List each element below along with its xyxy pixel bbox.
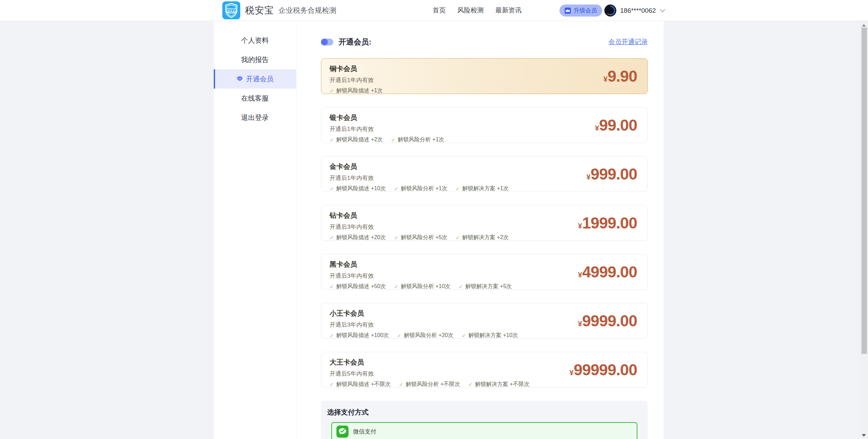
- benefit-label: 解锁解决方案 +5次: [465, 283, 512, 290]
- check-icon: ✓: [399, 381, 403, 388]
- benefit-label: 解锁风险分析 +1次: [398, 136, 444, 143]
- benefit-item: ✓解锁风险描述 +100次: [330, 332, 389, 339]
- benefit-item: ✓解锁风险分析 +5次: [394, 234, 447, 241]
- check-icon: ✓: [330, 381, 334, 388]
- payment-methods: 微信支付: [326, 422, 642, 439]
- plan-card[interactable]: 钻卡会员 开通后3年内有效 ✓解锁风险描述 +20次✓解锁风险分析 +5次✓解锁…: [321, 205, 648, 241]
- benefit-label: 解锁风险描述 +100次: [336, 332, 389, 339]
- check-icon: ✓: [394, 235, 398, 241]
- scrollbar[interactable]: [859, 21, 868, 439]
- chevron-down-icon: [660, 9, 665, 12]
- user-menu[interactable]: 186****0062: [604, 4, 665, 17]
- app-title: 税安宝: [245, 4, 274, 17]
- app-subtitle: 企业税务合规检测: [279, 6, 336, 15]
- benefit-item: ✓解锁风险描述 +10次: [330, 185, 386, 192]
- benefit-item: ✓解锁解决方案 +不限次: [468, 381, 529, 388]
- benefit-item: ✓解锁风险分析 +10次: [394, 283, 450, 290]
- price-amount: 999.00: [591, 165, 637, 183]
- plan-card[interactable]: 小王卡会员 开通后3年内有效 ✓解锁风险描述 +100次✓解锁风险分析 +20次…: [321, 303, 648, 339]
- check-icon: ✓: [330, 235, 334, 241]
- benefit-label: 解锁解决方案 +1次: [462, 185, 509, 192]
- benefit-label: 解锁风险分析 +1次: [401, 185, 447, 192]
- benefit-label: 解锁风险描述 +2次: [336, 136, 383, 143]
- scrollbar-down-arrow-icon[interactable]: [862, 434, 866, 437]
- plan-name: 铜卡会员: [330, 64, 637, 73]
- benefit-label: 解锁风险描述 +10次: [336, 185, 386, 192]
- currency-symbol: ¥: [578, 270, 582, 279]
- content-container: 个人资料 我的报告 开通会员 在线客服 退出登录 开通会员:: [214, 21, 664, 439]
- section-header-left: 开通会员:: [321, 37, 371, 47]
- gem-icon: [236, 76, 243, 82]
- benefit-label: 解锁解决方案 +不限次: [475, 381, 529, 388]
- scrollbar-thumb[interactable]: [861, 28, 867, 354]
- benefit-label: 解锁风险描述 +不限次: [336, 381, 391, 388]
- check-icon: ✓: [397, 333, 402, 339]
- plan-validity: 开通后1年内有效: [330, 76, 637, 84]
- benefit-label: 解锁风险分析 +20次: [404, 332, 454, 339]
- nav-item-news[interactable]: 最新资讯: [495, 6, 522, 15]
- main-panel: 开通会员: 会员开通记录 铜卡会员 开通后1年内有效 ✓解锁风险描述 +1次 ¥…: [296, 21, 664, 439]
- check-icon: ✓: [330, 284, 334, 290]
- plan-card[interactable]: 铜卡会员 开通后1年内有效 ✓解锁风险描述 +1次 ¥ 9.90: [321, 58, 648, 94]
- sidebar-item-label: 退出登录: [241, 113, 269, 122]
- sidebar: 个人资料 我的报告 开通会员 在线客服 退出登录: [214, 21, 296, 439]
- payment-title: 选择支付方式: [327, 408, 642, 417]
- plan-price: ¥ 99999.00: [569, 360, 637, 379]
- sidebar-item-logout[interactable]: 退出登录: [214, 108, 296, 127]
- sidebar-item-label: 个人资料: [241, 36, 269, 45]
- crown-icon: [565, 8, 571, 14]
- sidebar-item-online-support[interactable]: 在线客服: [214, 89, 296, 108]
- check-icon: ✓: [458, 284, 463, 290]
- benefit-item: ✓解锁解决方案 +10次: [462, 332, 518, 339]
- check-icon: ✓: [468, 381, 473, 388]
- plan-card[interactable]: 银卡会员 开通后1年内有效 ✓解锁风险描述 +2次✓解锁风险分析 +1次 ¥ 9…: [321, 107, 648, 143]
- plan-card[interactable]: 大王卡会员 开通后5年内有效 ✓解锁风险描述 +不限次✓解锁风险分析 +不限次✓…: [321, 352, 648, 388]
- plan-price: ¥ 9999.00: [578, 312, 637, 330]
- benefit-label: 解锁风险描述 +1次: [336, 87, 383, 94]
- sidebar-item-profile[interactable]: 个人资料: [214, 31, 296, 50]
- currency-symbol: ¥: [578, 222, 582, 231]
- avatar: [604, 4, 616, 17]
- benefit-item: ✓解锁风险分析 +1次: [394, 185, 447, 192]
- benefit-item: ✓解锁风险分析 +1次: [391, 136, 444, 143]
- plan-validity: 开通后1年内有效: [330, 125, 637, 133]
- sidebar-item-label: 开通会员: [246, 74, 274, 84]
- nav-item-home[interactable]: 首页: [433, 6, 446, 15]
- sidebar-item-label: 在线客服: [241, 94, 269, 103]
- currency-symbol: ¥: [603, 75, 607, 84]
- upgrade-button-label: 升级会员: [574, 7, 597, 14]
- benefit-item: ✓解锁解决方案 +2次: [455, 234, 508, 241]
- check-icon: ✓: [394, 284, 398, 290]
- benefit-item: ✓解锁风险描述 +2次: [330, 136, 383, 143]
- nav-item-risk-check[interactable]: 风险检测: [457, 6, 484, 15]
- plan-benefits: ✓解锁风险描述 +20次✓解锁风险分析 +5次✓解锁解决方案 +2次: [330, 234, 637, 241]
- benefit-label: 解锁风险分析 +10次: [401, 283, 451, 290]
- benefit-label: 解锁风险描述 +50次: [336, 283, 386, 290]
- payment-panel: 选择支付方式 微信支付: [321, 401, 648, 439]
- plan-price: ¥ 9.90: [603, 67, 637, 85]
- brand-logo-shield-icon: 税安宝: [222, 1, 240, 19]
- section-title: 开通会员:: [339, 37, 371, 47]
- plan-list: 铜卡会员 开通后1年内有效 ✓解锁风险描述 +1次 ¥ 9.90 银卡会员 开通…: [321, 58, 648, 388]
- plan-name: 银卡会员: [330, 113, 637, 122]
- top-header: 税安宝 税安宝 企业税务合规检测 首页风险检测最新资讯 升级会员 186****…: [0, 0, 868, 21]
- sidebar-item-my-reports[interactable]: 我的报告: [214, 50, 296, 69]
- benefit-item: ✓解锁风险描述 +50次: [330, 283, 386, 290]
- plan-card[interactable]: 金卡会员 开通后1年内有效 ✓解锁风险描述 +10次✓解锁风险分析 +1次✓解锁…: [321, 156, 648, 192]
- upgrade-membership-button[interactable]: 升级会员: [559, 4, 602, 17]
- payment-option-wechat-pay[interactable]: 微信支付: [331, 422, 637, 439]
- scrollbar-up-arrow-icon[interactable]: [862, 24, 866, 27]
- benefit-label: 解锁风险描述 +20次: [336, 234, 386, 241]
- brand: 税安宝 税安宝 企业税务合规检测: [222, 0, 336, 21]
- benefit-item: ✓解锁解决方案 +1次: [455, 185, 508, 192]
- wechat-pay-icon: [336, 426, 349, 438]
- price-amount: 4999.00: [582, 263, 637, 281]
- benefit-label: 解锁解决方案 +2次: [462, 234, 509, 241]
- plan-card[interactable]: 黑卡会员 开通后3年内有效 ✓解锁风险描述 +50次✓解锁风险分析 +10次✓解…: [321, 254, 648, 290]
- sidebar-item-membership[interactable]: 开通会员: [214, 69, 296, 89]
- price-amount: 1999.00: [582, 214, 637, 232]
- benefit-label: 解锁风险分析 +不限次: [406, 381, 460, 388]
- check-icon: ✓: [455, 186, 460, 192]
- sidebar-item-label: 我的报告: [241, 55, 269, 64]
- membership-history-link[interactable]: 会员开通记录: [608, 38, 648, 47]
